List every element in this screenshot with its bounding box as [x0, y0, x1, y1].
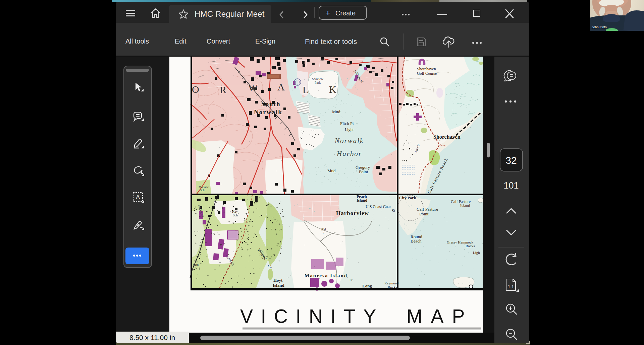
svg-text:Light: Light — [345, 127, 354, 132]
svg-text:W: W — [248, 82, 258, 93]
svg-text:A: A — [136, 194, 140, 201]
svg-text:Malvine: Malvine — [199, 185, 209, 189]
svg-text:Hoyt: Hoyt — [273, 278, 283, 283]
svg-text:Mud: Mud — [332, 109, 340, 114]
svg-text:Raymond: Raymond — [384, 281, 399, 285]
svg-text:VICINITY: VICINITY — [240, 305, 384, 327]
svg-text:Island: Island — [460, 203, 470, 208]
svg-text:Seaview: Seaview — [312, 77, 324, 81]
svg-text:7: 7 — [323, 231, 324, 234]
svg-text:Beach: Beach — [411, 238, 422, 244]
svg-text:L: L — [303, 84, 309, 95]
svg-text:Fitch Pt: Fitch Pt — [340, 121, 354, 126]
svg-text:101: 101 — [503, 181, 519, 191]
svg-text:City Park: City Park — [399, 196, 416, 200]
svg-text:R: R — [220, 84, 226, 95]
svg-text:Norwalk: Norwalk — [254, 109, 282, 116]
svg-text:Point: Point — [419, 211, 429, 216]
svg-text:St: St — [392, 208, 395, 213]
svg-text:Long: Long — [362, 283, 372, 288]
svg-text:MAP: MAP — [407, 305, 473, 327]
svg-text:Island: Island — [357, 198, 367, 203]
svg-text:Park: Park — [315, 81, 321, 84]
svg-text:U S Coast Guar: U S Coast Guar — [366, 204, 391, 209]
svg-text:Cem: Cem — [193, 263, 199, 266]
svg-text:Mud: Mud — [327, 168, 336, 173]
svg-text:Harborview: Harborview — [336, 210, 369, 216]
svg-text:Ligh: Ligh — [473, 251, 480, 255]
svg-text:South: South — [261, 100, 281, 108]
svg-text:O: O — [192, 84, 199, 95]
svg-text:Kay: Kay — [232, 210, 238, 213]
svg-text:Calf Pasture: Calf Pasture — [417, 207, 438, 212]
svg-text:K: K — [329, 84, 336, 95]
svg-text:Rocks: Rocks — [466, 244, 475, 248]
svg-text:Manresa Island: Manresa Island — [305, 273, 347, 278]
svg-text:Island: Island — [273, 283, 284, 288]
svg-text:1:1: 1:1 — [508, 284, 514, 289]
svg-text:Shorehaven: Shorehaven — [417, 67, 436, 71]
svg-text:Golf Course: Golf Course — [417, 71, 437, 76]
svg-text:Harbor: Harbor — [336, 150, 362, 158]
svg-text:Point: Point — [359, 169, 368, 174]
svg-text:32: 32 — [505, 155, 517, 166]
svg-text:A: A — [277, 81, 285, 92]
svg-text:BM: BM — [321, 228, 326, 231]
svg-text:Shorehaven: Shorehaven — [433, 134, 461, 140]
svg-text:Sch: Sch — [200, 189, 205, 192]
svg-text:Lt: Lt — [350, 278, 353, 282]
svg-text:Sch: Sch — [233, 213, 238, 217]
